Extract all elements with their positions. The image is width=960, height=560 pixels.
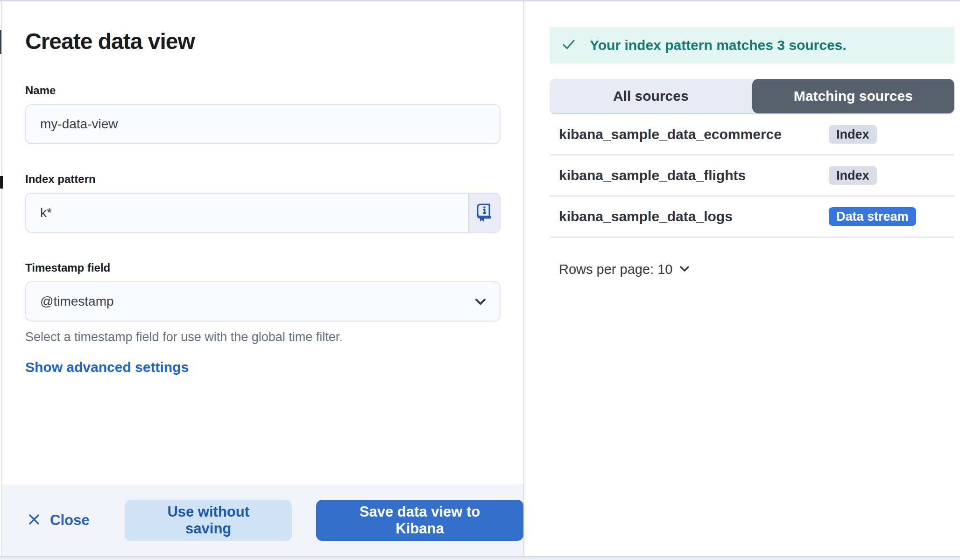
source-type-badge: Data stream <box>829 207 916 226</box>
matching-sources-list: kibana_sample_data_ecommerce Index kiban… <box>550 114 954 238</box>
rows-per-page-label: Rows per page: 10 <box>559 262 672 277</box>
source-type-badge: Index <box>829 125 877 144</box>
callout-message: Your index pattern matches 3 sources. <box>590 37 847 53</box>
name-label: Name <box>25 84 501 98</box>
index-pattern-label: Index pattern <box>25 172 501 186</box>
flyout-footer: Close Use without saving Save data view … <box>2 484 523 556</box>
sources-tab-group: All sources Matching sources <box>550 79 954 114</box>
index-pattern-input[interactable] <box>25 193 501 233</box>
close-button[interactable]: Close <box>27 512 89 529</box>
rows-per-page-selector[interactable]: Rows per page: 10 <box>550 262 954 277</box>
preview-panel: Your index pattern matches 3 sources. Al… <box>525 1 960 556</box>
source-name: kibana_sample_data_flights <box>550 168 829 183</box>
timestamp-field-label: Timestamp field <box>25 261 501 275</box>
success-callout: Your index pattern matches 3 sources. <box>550 27 954 63</box>
save-data-view-button[interactable]: Save data view to Kibana <box>316 500 523 541</box>
source-row: kibana_sample_data_ecommerce Index <box>550 114 954 155</box>
timestamp-help-text: Select a timestamp field for use with th… <box>25 329 501 345</box>
tab-all-sources[interactable]: All sources <box>550 79 752 113</box>
page-title: Create data view <box>25 28 501 56</box>
timestamp-field-select[interactable] <box>25 281 501 322</box>
tab-matching-sources[interactable]: Matching sources <box>752 79 955 113</box>
source-row: kibana_sample_data_flights Index <box>550 155 954 196</box>
show-advanced-settings-link[interactable]: Show advanced settings <box>25 359 189 376</box>
background-page-fragment <box>0 30 1 54</box>
close-button-label: Close <box>50 512 89 529</box>
source-type-badge: Index <box>829 166 877 185</box>
x-icon <box>27 512 42 529</box>
chevron-down-icon <box>678 262 691 277</box>
source-row: kibana_sample_data_logs Data stream <box>550 196 954 238</box>
check-icon <box>560 35 578 55</box>
source-name: kibana_sample_data_ecommerce <box>550 126 829 142</box>
name-input[interactable] <box>25 104 501 144</box>
book-info-icon <box>474 201 494 224</box>
form-panel: Create data view Name Index pattern <box>2 1 524 556</box>
source-name: kibana_sample_data_logs <box>550 209 829 224</box>
use-without-saving-button[interactable]: Use without saving <box>125 500 292 541</box>
background-page-fragment <box>0 176 3 189</box>
index-pattern-docs-button[interactable] <box>468 193 501 233</box>
flyout-bottom-border <box>0 556 960 560</box>
create-data-view-flyout: Create data view Name Index pattern <box>0 0 960 560</box>
